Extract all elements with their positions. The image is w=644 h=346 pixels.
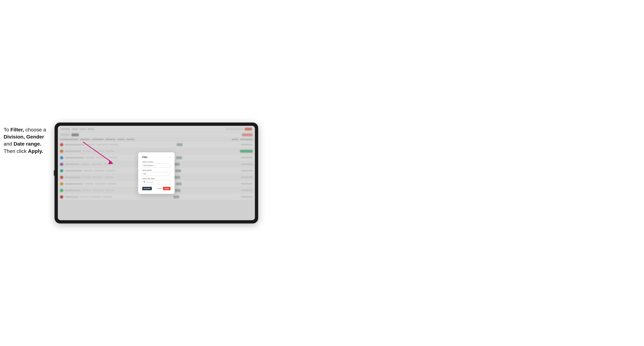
instruction-text: To Filter, choose a Division, Gender and… [4, 123, 54, 155]
date-placeholder: Pick a date [146, 181, 154, 183]
gender-value: Men [144, 173, 146, 175]
date-label: Select Date range [142, 178, 170, 179]
select-controls: × ⌃⌄ [167, 173, 169, 175]
gender-label: Select gender [142, 169, 170, 171]
close-icon[interactable]: × [170, 156, 170, 158]
cancel-button[interactable]: Cancel [157, 188, 162, 189]
instruction-line1: To Filter, choose a [4, 127, 46, 133]
filter-dialog: Filter × Select a division NCAA Division… [138, 152, 174, 194]
select-controls: × ⌃⌄ [167, 164, 169, 167]
apply-button[interactable]: Apply [163, 187, 170, 190]
division-select[interactable]: NCAA Division I × ⌃⌄ [142, 164, 170, 168]
bold-apply: Apply. [28, 148, 43, 154]
tablet-frame: Filter × Select a division NCAA Division… [54, 123, 258, 223]
dialog-header: Filter × [142, 156, 170, 159]
date-form-group: Select Date range 📅 Pick a date [142, 178, 170, 184]
instruction-line3: and Date range. [4, 141, 41, 147]
gender-chevron-icon: ⌃⌄ [168, 173, 169, 175]
bold-filter: Filter, [10, 127, 24, 133]
page-container: To Filter, choose a Division, Gender and… [4, 123, 258, 223]
division-label: Select a division [142, 161, 170, 163]
date-input[interactable]: 📅 Pick a date [142, 180, 170, 184]
division-clear-icon[interactable]: × [167, 165, 168, 166]
gender-select[interactable]: Men × ⌃⌄ [142, 172, 170, 176]
gender-clear-icon[interactable]: × [167, 173, 168, 175]
dialog-right-actions: Cancel Apply [157, 187, 170, 190]
instruction-line4: Then click Apply. [4, 148, 43, 154]
division-value: NCAA Division I [144, 165, 154, 166]
dialog-actions: Clear filter Cancel Apply [142, 187, 170, 190]
bold-division-gender: Division, Gender [4, 134, 44, 140]
modal-overlay: Filter × Select a division NCAA Division… [58, 126, 255, 220]
division-chevron-icon: ⌃⌄ [168, 164, 169, 167]
bold-date-range: Date range. [14, 141, 42, 147]
division-form-group: Select a division NCAA Division I × ⌃⌄ [142, 161, 170, 168]
clear-filter-button[interactable]: Clear filter [142, 187, 152, 190]
dialog-title: Filter [142, 156, 148, 159]
calendar-icon: 📅 [144, 181, 145, 183]
gender-form-group: Select gender Men × ⌃⌄ [142, 169, 170, 176]
tablet-screen: Filter × Select a division NCAA Division… [58, 126, 255, 220]
tablet-side-button [54, 170, 54, 176]
